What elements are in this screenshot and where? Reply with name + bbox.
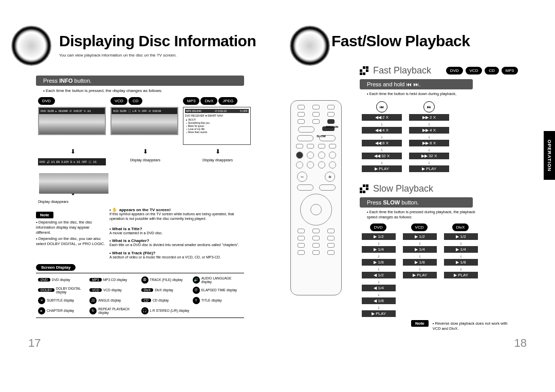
- pill-jpeg: JPEG: [218, 97, 237, 105]
- slow-col: DVD▶ 1/2↓▶ 1/4↓▶ 1/8↓◀ 1/2↓◀ 1/4↓◀ 1/8↓▶…: [362, 223, 396, 317]
- pill-vcd: VCD: [110, 97, 127, 105]
- legend-item: CDCD display: [141, 297, 191, 304]
- speed-step: ◀ 1/8: [362, 297, 396, 304]
- hand-symbol-header: • ✋ appears on the TV screen!: [109, 208, 248, 212]
- speed-step: ▶ 1/8: [362, 259, 396, 266]
- dvd-osd-2: DVD🔊1/1EN5.1CHD≡1/1OFF🎥1/1: [38, 158, 106, 165]
- page-number-17: 17: [28, 337, 41, 350]
- speed-step: ◀◀ 32 X: [362, 153, 402, 159]
- legend-item: VCDVCD display: [89, 287, 139, 294]
- speed-step: ◀ 1/2: [362, 272, 396, 278]
- display-disappears-vcd: Display disappears: [110, 158, 180, 186]
- speed-step: ▶ PLAY: [409, 165, 449, 172]
- page-subtitle-left: You can view playback information on the…: [59, 53, 262, 58]
- def-track-body: A section of video or a music file recor…: [109, 255, 243, 260]
- speed-step: ▶▶ 2 X: [409, 114, 449, 121]
- down-arrow-icon: ↓: [409, 147, 449, 152]
- fast-instr-bar: Press and hold ⏮ ⏭.: [360, 79, 473, 89]
- screen-display-header: Screen Display: [36, 264, 76, 271]
- def-title-body: A movie contained in a DVD disc.: [109, 231, 243, 236]
- fast-back-col: ⏮ ◀◀ 2 X↓◀◀ 4 X↓◀◀ 8 X↓◀◀ 32 X↓▶ PLAY: [362, 101, 402, 172]
- speed-step: ▶ 1/2: [444, 233, 478, 240]
- legend-item: MP3MP3 CD display: [89, 276, 139, 284]
- page-title-left: Displaying Disc Information: [59, 32, 262, 50]
- info-instruction-bar: Press INFO button.: [36, 76, 244, 86]
- speed-step: ▶ 1/2: [362, 233, 396, 240]
- pill-divx: DivX: [200, 97, 217, 105]
- slow-playback-header: Slow Playback: [360, 183, 519, 194]
- speed-step: ▶ PLAY: [403, 272, 437, 278]
- speed-step: ▶▶ 8 X: [409, 140, 449, 146]
- legend-item: ⏱ELAPSED TIME display: [193, 287, 242, 294]
- note-tag-left: Note: [36, 212, 53, 218]
- speed-step: ▶ PLAY: [362, 165, 402, 172]
- vcd-osd: VCD01/05🎧L R↻OFF⏱0:02:34: [110, 107, 178, 135]
- legend-item: DivXDivX display: [141, 287, 191, 294]
- down-arrow-icon: ↓: [362, 292, 396, 297]
- legend-item: DOLBYDOLBY DIGITAL display: [38, 287, 87, 294]
- def-chapter-head: • What is a Chapter?: [109, 238, 243, 243]
- remote-slow-label: SLOW: [317, 135, 326, 138]
- fast-pill: VCD: [466, 67, 483, 74]
- fast-pill: CD: [485, 67, 499, 74]
- fast-instr-sub: • Each time the button is held down duri…: [367, 91, 480, 96]
- legend-item: TTITLE display: [193, 297, 242, 304]
- down-arrow-icon: ↓: [362, 121, 402, 126]
- slow-col-pill: DivX: [452, 223, 469, 231]
- down-arrow-icon: ↓: [409, 134, 449, 139]
- down-arrow-icon: ↓: [403, 266, 437, 271]
- display-disappears-mp3: Display disappears: [183, 158, 252, 186]
- speed-step: ▶ 1/8: [403, 259, 437, 266]
- page-title-right: Fast/Slow Playback: [331, 32, 519, 50]
- slow-note-tag: Note: [411, 320, 429, 327]
- note-line-2: • Depending on the disc, you can also se…: [36, 236, 105, 247]
- legend-item: ⦿TRACK (FILE) display: [141, 276, 191, 284]
- speed-step: ▶ 1/8: [444, 259, 478, 266]
- pill-dvd: DVD: [38, 97, 55, 105]
- fast-playback-header: Fast Playback DVD VCD CD MP3: [360, 65, 519, 76]
- down-arrow-icon: ↓: [362, 160, 402, 165]
- down-arrow-icon: ⬇: [38, 148, 107, 155]
- down-arrow-icon: ↓: [444, 266, 478, 271]
- slow-col: DivX▶ 1/2↓▶ 1/4↓▶ 1/8↓▶ PLAY: [444, 223, 478, 317]
- legend-item: 🔊AUDIO LANGUAGE display: [193, 276, 242, 284]
- display-disappears-dvd: Display disappears: [38, 200, 107, 203]
- slow-heading: Slow Playback: [373, 183, 433, 194]
- section-bullet-icon: [360, 184, 369, 194]
- legend-item: ↻REPEAT PLAYBACK display: [89, 307, 139, 314]
- down-arrow-icon: ↓: [409, 160, 449, 165]
- speaker-bullet-icon: [290, 26, 330, 66]
- speed-step: ▶ PLAY: [444, 272, 478, 278]
- down-arrow-icon: ↓: [362, 266, 396, 271]
- down-arrow-icon: ↓: [444, 253, 478, 258]
- page-number-18: 18: [514, 337, 527, 350]
- pill-mp3: MP3: [183, 97, 199, 105]
- mp3-osd: MP3 001/040⏱ 0:02:23↻ OFF DVD RECEIVER ►…: [183, 107, 251, 145]
- instr-strong: INFO: [59, 78, 72, 84]
- instr-post: button.: [72, 78, 91, 84]
- legend-item: 🎥ANGLE display: [89, 297, 139, 304]
- down-arrow-icon: ↓: [409, 121, 449, 126]
- next-track-icon: ⏭: [423, 101, 435, 113]
- instr-pre: Press: [43, 78, 59, 84]
- fast-heading: Fast Playback: [373, 65, 431, 76]
- dvd-osd-2-wrap: DVD🔊1/1EN5.1CHD≡1/1OFF🎥1/1: [38, 158, 107, 186]
- down-arrow-icon: ↓: [362, 240, 396, 246]
- speed-step: ▶ 1/4: [444, 246, 478, 253]
- operation-side-tab: OPERATION: [544, 131, 555, 180]
- legend-item: 🎧L R STEREO (L/R) display: [141, 307, 191, 314]
- screen-display-legend: DVDDVD displayMP3MP3 CD display⦿TRACK (F…: [36, 273, 244, 318]
- remote-remain-label: REMAIN: [326, 125, 338, 128]
- hand-symbol-body: If this symbol appears on the TV screen …: [109, 212, 238, 221]
- legend-item: ≡SUBTITLE display: [38, 297, 87, 304]
- prev-track-icon: ⏮: [376, 101, 387, 113]
- speed-step: ▶▶ 32 X: [409, 153, 449, 159]
- fast-speed-diagram: ⏮ ◀◀ 2 X↓◀◀ 4 X↓◀◀ 8 X↓◀◀ 32 X↓▶ PLAY ⏭ …: [362, 101, 519, 172]
- down-arrow-icon: ↓: [362, 279, 396, 284]
- pill-cd: CD: [128, 97, 143, 105]
- note-line-1: • Depending on the disc, the disc inform…: [36, 220, 105, 235]
- speed-step: ▶ 1/4: [403, 246, 437, 253]
- down-arrow-icon: ↓: [362, 134, 402, 139]
- speed-step: ◀◀ 8 X: [362, 140, 402, 146]
- down-arrow-icon: ⬇: [183, 148, 252, 155]
